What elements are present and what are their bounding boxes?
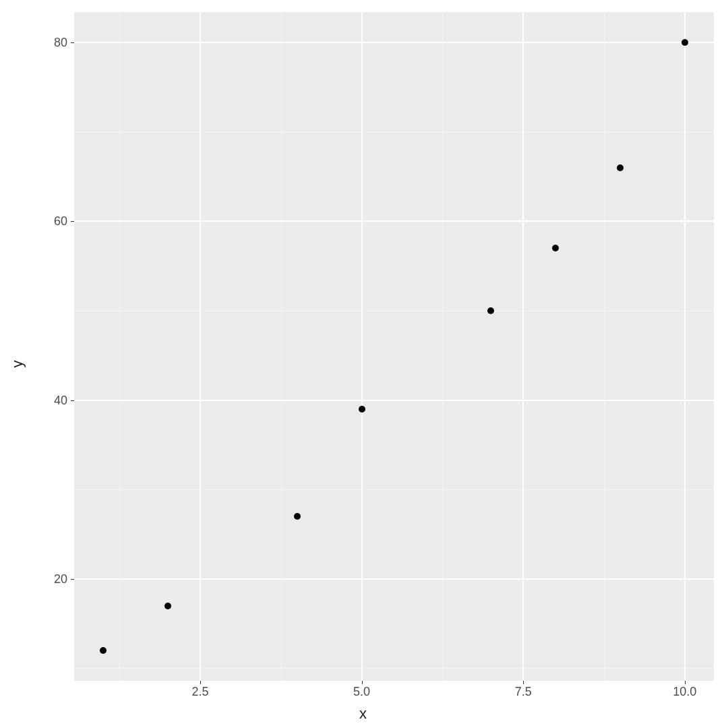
x-tick-label: 10.0: [673, 685, 696, 699]
grid-major-v: [361, 12, 363, 681]
tick-mark-x: [362, 681, 363, 684]
x-tick-label: 5.0: [353, 685, 370, 699]
data-point: [100, 647, 107, 654]
data-point: [359, 406, 365, 413]
tick-mark-y: [71, 42, 74, 43]
grid-major-h: [74, 578, 714, 580]
grid-major-v: [522, 12, 524, 681]
grid-major-v: [200, 12, 201, 681]
grid-minor-h: [74, 668, 714, 669]
tick-mark-y: [71, 400, 74, 401]
grid-major-h: [74, 220, 714, 222]
data-point: [294, 513, 301, 520]
tick-mark-y: [71, 221, 74, 222]
grid-major-h: [74, 42, 714, 43]
grid-minor-v: [119, 12, 120, 681]
tick-mark-x: [523, 681, 524, 684]
y-tick-label: 40: [54, 393, 67, 407]
y-tick-label: 20: [54, 572, 67, 586]
y-axis-title: y: [9, 361, 26, 368]
data-point: [617, 164, 624, 171]
grid-minor-h: [74, 311, 714, 311]
grid-major-h: [74, 400, 714, 401]
grid-minor-h: [74, 489, 714, 490]
x-tick-label: 7.5: [515, 685, 532, 699]
grid-minor-v: [281, 12, 282, 681]
data-point: [487, 307, 494, 314]
tick-mark-x: [200, 681, 201, 684]
x-axis-title: x: [0, 705, 726, 723]
data-point: [164, 603, 171, 609]
x-tick-label: 2.5: [191, 685, 208, 699]
y-tick-label: 60: [54, 214, 67, 229]
grid-minor-v: [604, 12, 605, 681]
grid-minor-v: [442, 12, 443, 681]
tick-mark-x: [685, 681, 686, 684]
grid-minor-h: [74, 132, 714, 133]
scatter-chart: y 2.55.07.510.020406080 x: [0, 0, 726, 728]
data-point: [552, 245, 559, 251]
plot-panel: 2.55.07.510.020406080: [74, 12, 714, 681]
data-point: [682, 39, 688, 46]
grid-major-v: [684, 12, 686, 681]
tick-mark-y: [71, 579, 74, 580]
y-tick-label: 80: [54, 36, 67, 50]
